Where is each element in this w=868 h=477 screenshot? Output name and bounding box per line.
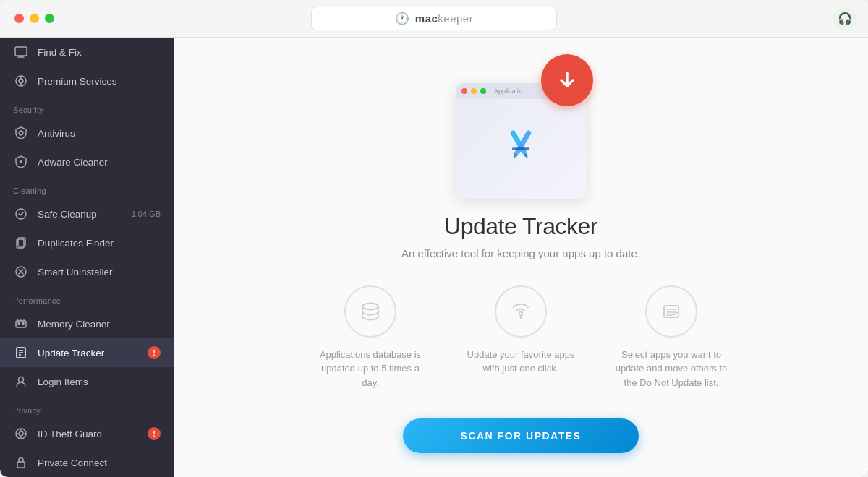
svg-rect-32 — [17, 462, 25, 468]
svg-point-4 — [19, 79, 23, 83]
main-content: Applicatio... — [174, 38, 868, 477]
page-subtitle: An effective tool for keeping your apps … — [401, 247, 640, 259]
app-brand: mackeeper — [415, 12, 473, 25]
privacy-section-label: Privacy — [0, 396, 174, 419]
download-arrow-icon — [554, 67, 580, 93]
premium-services-icon — [13, 73, 29, 89]
adware-cleaner-icon — [13, 154, 29, 170]
feature-database-icon — [344, 285, 396, 338]
performance-section-label: Performance — [0, 286, 174, 309]
sidebar-item-smart-uninstaller[interactable]: Smart Uninstaller — [0, 257, 174, 286]
mock-minimize — [471, 88, 477, 94]
sidebar-item-private-connect[interactable]: Private Connect — [0, 448, 174, 477]
page-title: Update Tracker — [444, 213, 597, 240]
feature-database-text: Applications database is updated up to 5… — [312, 348, 428, 390]
feature-item-database: Applications database is updated up to 5… — [312, 285, 428, 390]
sidebar-item-duplicates-finder-label: Duplicates Finder — [38, 238, 161, 249]
safe-cleanup-size: 1.04 GB — [132, 210, 161, 218]
svg-rect-20 — [22, 322, 25, 325]
memory-cleaner-icon — [13, 316, 29, 332]
id-theft-guard-icon — [13, 426, 29, 442]
svg-rect-15 — [16, 321, 26, 327]
traffic-lights — [14, 14, 54, 23]
scan-for-updates-button[interactable]: SCAN FOR UPDATES — [403, 418, 639, 453]
svg-point-40 — [362, 303, 378, 309]
sidebar-item-premium-services-label: Premium Services — [38, 76, 161, 87]
sidebar: Find & Fix Premium Services Security — [0, 38, 174, 477]
mock-content — [456, 99, 586, 199]
download-badge — [541, 54, 593, 106]
sidebar-item-private-connect-label: Private Connect — [38, 457, 161, 468]
find-fix-icon — [13, 44, 29, 60]
sidebar-item-safe-cleanup[interactable]: Safe Cleanup 1.04 GB — [0, 199, 174, 228]
feature-signal-icon — [495, 285, 547, 338]
features-row: Applications database is updated up to 5… — [312, 285, 729, 390]
app-window: 🕐 mackeeper 🎧 Find & Fix — [0, 0, 868, 477]
appstore-logo — [495, 124, 546, 174]
mock-maximize — [480, 88, 486, 94]
sidebar-item-login-items[interactable]: Login Items — [0, 367, 174, 396]
sidebar-item-memory-cleaner-label: Memory Cleaner — [38, 319, 161, 330]
support-button[interactable]: 🎧 — [833, 7, 856, 30]
feature-one-click-text: Update your favorite apps with just one … — [463, 348, 579, 376]
sidebar-item-find-fix-label: Find & Fix — [38, 47, 161, 58]
antivirus-icon — [13, 125, 29, 141]
sidebar-item-update-tracker[interactable]: Update Tracker ! — [0, 338, 174, 367]
headphones-icon: 🎧 — [838, 12, 852, 25]
sidebar-item-safe-cleanup-label: Safe Cleanup — [38, 209, 123, 220]
duplicates-finder-icon — [13, 235, 29, 251]
safe-cleanup-icon — [13, 206, 29, 222]
svg-point-25 — [19, 377, 24, 382]
sidebar-item-login-items-label: Login Items — [38, 377, 161, 387]
feature-select-apps-text: Select apps you want to update and move … — [613, 348, 729, 390]
sidebar-item-adware-cleaner-label: Adware Cleaner — [38, 157, 161, 168]
sidebar-item-adware-cleaner[interactable]: Adware Cleaner — [0, 147, 174, 176]
mock-close — [461, 88, 467, 94]
svg-point-7 — [19, 131, 23, 135]
sidebar-item-antivirus-label: Antivirus — [38, 128, 161, 139]
minimize-button[interactable] — [30, 14, 39, 23]
titlebar: 🕐 mackeeper 🎧 — [0, 0, 868, 38]
app-body: Find & Fix Premium Services Security — [0, 38, 868, 477]
sidebar-item-id-theft-guard[interactable]: ID Theft Guard ! — [0, 419, 174, 448]
close-button[interactable] — [14, 14, 24, 23]
update-tracker-badge: ! — [148, 346, 161, 359]
sidebar-item-smart-uninstaller-label: Smart Uninstaller — [38, 267, 161, 278]
id-theft-guard-badge: ! — [148, 427, 161, 440]
svg-rect-0 — [15, 47, 27, 56]
sidebar-item-update-tracker-label: Update Tracker — [38, 348, 139, 358]
svg-point-8 — [20, 160, 22, 163]
private-connect-icon — [13, 455, 29, 470]
sidebar-item-find-fix[interactable]: Find & Fix — [0, 38, 174, 66]
feature-item-select-apps: Select apps you want to update and move … — [613, 285, 729, 390]
feature-list-icon — [645, 285, 697, 338]
svg-rect-19 — [18, 322, 20, 325]
sidebar-item-memory-cleaner[interactable]: Memory Cleaner — [0, 309, 174, 338]
update-tracker-icon — [13, 345, 29, 361]
update-tracker-illustration: Applicatio... — [448, 54, 593, 199]
svg-point-27 — [19, 431, 23, 436]
sidebar-item-antivirus[interactable]: Antivirus — [0, 119, 174, 147]
login-items-icon — [13, 374, 29, 390]
feature-item-one-click: Update your favorite apps with just one … — [463, 285, 579, 376]
sidebar-item-premium-services[interactable]: Premium Services — [0, 66, 174, 95]
titlebar-search-bar: 🕐 mackeeper — [311, 7, 557, 30]
security-section-label: Security — [0, 95, 174, 119]
cleaning-section-label: Cleaning — [0, 176, 174, 199]
sidebar-item-id-theft-guard-label: ID Theft Guard — [38, 429, 139, 439]
mock-title: Applicatio... — [494, 87, 528, 95]
sidebar-item-duplicates-finder[interactable]: Duplicates Finder — [0, 228, 174, 257]
history-icon: 🕐 — [395, 12, 409, 25]
smart-uninstaller-icon — [13, 264, 29, 280]
maximize-button[interactable] — [45, 14, 54, 23]
